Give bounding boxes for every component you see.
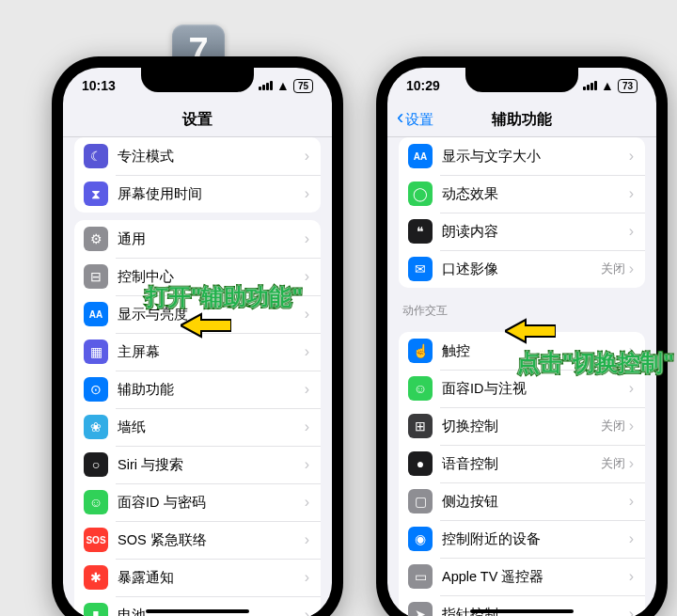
phone-a-screen: 10:13 ▲ 75 设置 ☾专注模式⧗屏幕使用时间⚙通用⊟控制中心AA显示与亮… xyxy=(63,68,332,616)
accessibility-icon: ⊙ xyxy=(84,377,108,402)
row-siri-search[interactable]: ○Siri 与搜索 xyxy=(74,446,321,483)
exposure-label: 暴露通知 xyxy=(118,569,305,587)
chevron-right-icon xyxy=(305,306,309,323)
chevron-right-icon xyxy=(629,148,634,165)
text-size-icon: AA xyxy=(408,144,433,168)
home-indicator[interactable] xyxy=(146,609,249,613)
chevron-right-icon xyxy=(629,380,634,397)
chevron-right-icon xyxy=(629,418,634,434)
side-button-icon: ▢ xyxy=(408,489,433,513)
arrow-b-icon xyxy=(505,318,556,344)
row-side-button[interactable]: ▢侧边按钮 xyxy=(399,482,645,520)
row-voice-ctrl[interactable]: ●语音控制关闭 xyxy=(399,445,645,482)
page-title: 辅助功能 xyxy=(492,110,552,130)
text-size-label: 显示与文字大小 xyxy=(442,148,629,166)
chevron-right-icon xyxy=(305,456,309,473)
row-accessibility[interactable]: ⊙辅助功能 xyxy=(74,371,321,408)
row-nearby-ctrl[interactable]: ◉控制附近的设备 xyxy=(399,520,645,558)
chevron-right-icon xyxy=(629,223,634,240)
voice-ctrl-icon: ● xyxy=(408,451,433,476)
focus-mode-icon: ☾ xyxy=(84,144,108,168)
switch-ctrl-icon: ⊞ xyxy=(408,414,433,438)
display-icon: AA xyxy=(84,302,108,326)
svg-marker-1 xyxy=(505,320,556,342)
settings-group: ☾专注模式⧗屏幕使用时间 xyxy=(74,137,321,213)
row-motion[interactable]: ◯动态效果 xyxy=(399,175,645,213)
switch-ctrl-label: 切换控制 xyxy=(442,418,601,435)
row-sos[interactable]: SOSSOS 紧急联络 xyxy=(74,521,321,559)
siri-search-label: Siri 与搜索 xyxy=(118,456,305,474)
wifi-icon: ▲ xyxy=(601,78,614,93)
motion-icon: ◯ xyxy=(408,182,433,206)
row-exposure[interactable]: ✱暴露通知 xyxy=(74,559,321,596)
spoken-icon: ❝ xyxy=(408,219,433,244)
arrow-a-icon xyxy=(181,312,231,339)
settings-list[interactable]: ☾专注模式⧗屏幕使用时间⚙通用⊟控制中心AA显示与亮度▦主屏幕⊙辅助功能❀墙纸○… xyxy=(63,137,332,616)
nav-bar: 设置 辅助功能 xyxy=(387,103,656,137)
wifi-icon: ▲ xyxy=(276,78,290,93)
chevron-right-icon xyxy=(305,494,309,511)
side-button-label: 侧边按钮 xyxy=(442,493,629,511)
spoken-label: 朗读内容 xyxy=(442,223,629,241)
chevron-right-icon xyxy=(629,185,634,202)
siri-search-icon: ○ xyxy=(84,452,108,477)
row-spoken[interactable]: ❝朗读内容 xyxy=(399,213,645,250)
accessibility-label: 辅助功能 xyxy=(118,381,305,399)
chevron-right-icon xyxy=(629,261,634,277)
faceid-pass-label: 面容ID 与密码 xyxy=(118,494,305,512)
apple-tv-label: Apple TV 遥控器 xyxy=(442,568,629,586)
notch xyxy=(465,68,578,92)
home-screen-icon: ▦ xyxy=(84,340,108,364)
chevron-left-icon xyxy=(397,112,403,128)
voice-ctrl-value: 关闭 xyxy=(601,455,625,472)
home-indicator[interactable] xyxy=(470,609,574,613)
chevron-right-icon xyxy=(305,607,309,616)
general-label: 通用 xyxy=(118,230,305,248)
signal-icon xyxy=(583,81,597,90)
row-focus-mode[interactable]: ☾专注模式 xyxy=(74,137,321,175)
row-switch-ctrl[interactable]: ⊞切换控制关闭 xyxy=(399,407,645,445)
back-button[interactable]: 设置 xyxy=(397,111,433,129)
touch-icon: ☝ xyxy=(408,339,433,363)
chevron-right-icon xyxy=(305,381,309,398)
wallpaper-label: 墙纸 xyxy=(118,419,305,436)
screen-time-label: 屏幕使用时间 xyxy=(118,185,305,203)
row-wallpaper[interactable]: ❀墙纸 xyxy=(74,408,321,446)
annotation-a: 打开"辅助功能" xyxy=(146,282,303,312)
chevron-right-icon xyxy=(305,230,309,247)
chevron-right-icon xyxy=(305,185,309,202)
nav-bar: 设置 xyxy=(63,103,332,137)
switch-ctrl-value: 关闭 xyxy=(601,418,625,434)
status-time: 10:13 xyxy=(82,78,116,93)
row-apple-tv[interactable]: ▭Apple TV 遥控器 xyxy=(399,558,645,595)
exposure-icon: ✱ xyxy=(84,565,108,590)
home-screen-label: 主屏幕 xyxy=(118,343,305,361)
voice-ctrl-label: 语音控制 xyxy=(442,455,601,473)
row-screen-time[interactable]: ⧗屏幕使用时间 xyxy=(74,175,321,213)
focus-mode-label: 专注模式 xyxy=(118,148,305,166)
chevron-right-icon xyxy=(629,568,634,585)
chevron-right-icon xyxy=(305,268,309,285)
row-faceid-pass[interactable]: ☺面容ID 与密码 xyxy=(74,483,321,521)
row-audio-desc[interactable]: ✉口述影像关闭 xyxy=(399,250,645,288)
chevron-right-icon xyxy=(629,530,634,547)
row-general[interactable]: ⚙通用 xyxy=(74,220,321,258)
sos-icon: SOS xyxy=(84,528,108,552)
battery-level: 75 xyxy=(298,81,308,91)
screen-time-icon: ⧗ xyxy=(84,182,108,206)
sos-label: SOS 紧急联络 xyxy=(118,531,305,549)
faceid-att-label: 面容ID与注视 xyxy=(442,380,629,398)
battery-level: 73 xyxy=(622,81,633,91)
motion-label: 动态效果 xyxy=(442,185,629,203)
row-text-size[interactable]: AA显示与文字大小 xyxy=(399,137,645,175)
control-center-icon: ⊟ xyxy=(84,264,108,289)
settings-group: ⚙通用⊟控制中心AA显示与亮度▦主屏幕⊙辅助功能❀墙纸○Siri 与搜索☺面容I… xyxy=(74,220,321,616)
battery-icon: 73 xyxy=(618,79,638,93)
faceid-pass-icon: ☺ xyxy=(84,490,108,514)
apple-tv-icon: ▭ xyxy=(408,564,433,589)
audio-desc-label: 口述影像 xyxy=(442,261,601,278)
nearby-ctrl-icon: ◉ xyxy=(408,527,433,551)
settings-group: AA显示与文字大小◯动态效果❝朗读内容✉口述影像关闭 xyxy=(399,137,645,288)
audio-desc-value: 关闭 xyxy=(601,261,625,277)
row-home-screen[interactable]: ▦主屏幕 xyxy=(74,333,321,371)
